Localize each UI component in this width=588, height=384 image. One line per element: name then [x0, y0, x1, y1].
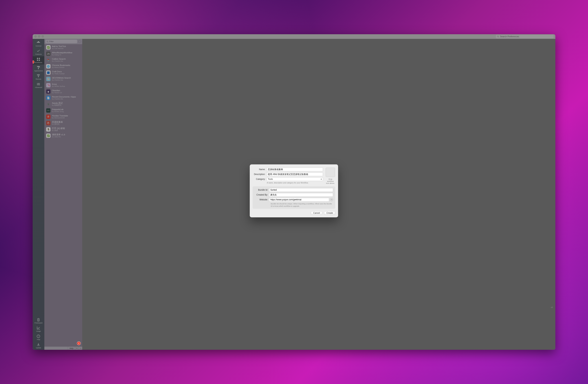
category-value: Tools — [268, 178, 273, 181]
website-field[interactable] — [269, 198, 329, 202]
workflow-icon: 📄 — [46, 96, 50, 100]
nav-features[interactable]: Features — [33, 48, 44, 56]
nav-powerpack[interactable]: Powerpack — [33, 317, 44, 325]
open-url-icon[interactable]: ➜ — [330, 198, 333, 201]
workflow-icon: 📚 — [46, 58, 50, 62]
workflow-item[interactable]: ✅Add to TickTickby Carl Mercier — [44, 44, 82, 51]
workflow-author: by Charles Ma — [52, 79, 71, 81]
workflow-icon: JS — [46, 52, 50, 56]
workflow-item[interactable]: SSeeds 思记by 敲碗阳光 — [44, 101, 82, 107]
icon-well[interactable] — [326, 168, 335, 177]
svg-rect-9 — [38, 318, 39, 319]
workflow-author: by 麦先生 — [52, 123, 63, 125]
svg-rect-0 — [37, 58, 38, 59]
workflow-item[interactable]: 🌐Chrome Bookmarksby Marat Dreizin — [44, 63, 82, 70]
workflow-item[interactable]: 译Youdao Translateby WensonSmith — [44, 114, 82, 120]
nav-advanced[interactable]: Advanced — [33, 81, 44, 89]
download-icon — [36, 343, 40, 346]
workflow-item[interactable]: JSAlfredNodejsWorkflowby Giang Vo — [44, 51, 82, 57]
filter-row: Filter ⋯ — [44, 39, 82, 44]
workflow-author: by Jedy Wu — [52, 136, 65, 138]
description-field[interactable] — [267, 173, 323, 176]
canvas-hint-text: ed — [551, 306, 553, 308]
nav-appearance[interactable]: Appearance — [33, 64, 44, 73]
bundle-panel: Bundle Id: Created By: Website: ➜ Bundle… — [253, 186, 335, 209]
search-icon — [46, 40, 48, 42]
workflow-icon: ✅ — [46, 45, 50, 50]
workflow-icon: 思 — [46, 121, 50, 125]
filter-options-icon[interactable]: ⋯ — [78, 40, 81, 43]
nav-remote[interactable]: Remote — [33, 73, 44, 81]
workflow-item[interactable]: 🟦Craft Docsby Vitaliy Kudryk — [44, 70, 82, 76]
chart-icon — [36, 326, 40, 330]
workflow-item[interactable]: 〰SnippetsLabby Renfei Song — [44, 107, 82, 114]
zoom-icon[interactable] — [42, 35, 44, 38]
nav-usage[interactable]: Usage — [33, 325, 44, 333]
workflow-icon: 🐧 — [46, 127, 50, 132]
workflow-icon: ◆ — [46, 89, 50, 94]
workflow-item[interactable]: 🦄Emojby Sindre Sorhus — [44, 82, 82, 88]
svg-rect-1 — [39, 58, 40, 59]
workflow-icon: 🌐 — [46, 64, 50, 68]
help-button[interactable]: Help — [68, 347, 75, 350]
svg-rect-2 — [37, 60, 38, 61]
remote-icon — [36, 74, 40, 78]
workflow-item[interactable]: 思思源收集箱by 麦先生 — [44, 120, 82, 126]
create-button[interactable]: Create — [324, 211, 335, 215]
workflow-author: by WensonSmith — [52, 117, 68, 119]
workflow-item[interactable]: 📚Calibre Searchby Charles Ma — [44, 57, 82, 63]
workflow-item[interactable]: 🐚DEVONthink Searchby Charles Ma — [44, 76, 82, 82]
search-preferences-input[interactable]: Search Preferences — [496, 35, 554, 38]
workflow-list: ✅Add to TickTickby Carl MercierJSAlfredN… — [44, 44, 82, 347]
created-by-label: Created By: — [255, 194, 269, 196]
workflow-author: by Marat Dreizin — [52, 66, 70, 68]
cancel-button[interactable]: Cancel — [311, 211, 322, 215]
name-field[interactable] — [267, 168, 323, 171]
nav-general[interactable]: General — [33, 40, 44, 48]
check-icon — [36, 49, 40, 53]
category-select[interactable]: Tools ▲▼ — [267, 178, 323, 181]
battery-icon — [36, 318, 40, 322]
add-workflow-button[interactable]: + — [75, 347, 79, 350]
workflow-author: by Sindre Sorhus — [52, 85, 65, 87]
created-by-field[interactable] — [269, 193, 333, 197]
workflow-icon: 〰 — [46, 108, 50, 113]
list-footer: 2 Help + – — [44, 346, 82, 350]
workflow-item[interactable]: ✅滴答清单 v1.8by Jedy Wu — [44, 133, 82, 139]
workflow-author: by Charles Ma — [52, 98, 76, 100]
svg-rect-4 — [38, 68, 39, 69]
app-window: Search Preferences 1 General Features Wo… — [33, 34, 555, 350]
help-icon: ? — [36, 334, 40, 338]
nav-workflows[interactable]: Workflows — [33, 56, 44, 64]
search-placeholder: Search Preferences — [500, 35, 519, 38]
search-icon — [497, 36, 499, 38]
remove-workflow-button[interactable]: – — [79, 347, 82, 350]
workflow-icon: S — [46, 102, 50, 106]
svg-text:?: ? — [38, 335, 39, 337]
nav-help[interactable]: ? Help — [33, 333, 44, 342]
workflow-icon: ✅ — [46, 134, 50, 138]
minimize-icon[interactable] — [38, 35, 40, 38]
titlebar: Search Preferences — [33, 34, 555, 39]
close-icon[interactable] — [34, 35, 37, 38]
workflow-author: by Hause Lin — [52, 92, 62, 94]
workflow-icon: 🦄 — [46, 83, 50, 87]
category-label: Category: — [253, 178, 267, 181]
workflow-item[interactable]: 🐧打开 QQ 邮箱by 麦麦 — [44, 126, 82, 133]
workflow-author: by 麦麦 — [52, 130, 65, 132]
grid-icon — [36, 57, 40, 61]
name-label: Name: — [253, 168, 267, 171]
hat-icon — [36, 41, 40, 45]
workflow-item[interactable]: ◆Obsidianby Hause Lin — [44, 88, 82, 95]
nav-sidebar: 1 General Features Workflows Appearance … — [33, 39, 44, 350]
filter-placeholder: Filter — [49, 40, 54, 42]
bundle-field[interactable] — [269, 188, 333, 192]
filter-input[interactable]: Filter — [45, 40, 77, 43]
workflow-icon: 译 — [46, 115, 50, 119]
svg-point-7 — [39, 84, 40, 85]
paint-roller-icon — [36, 66, 40, 70]
workflow-author: by Carl Mercier — [52, 48, 66, 50]
workflow-item[interactable]: 📄Recent Documents / Appsby Charles Ma — [44, 95, 82, 101]
icon-dropzone[interactable]: Drop workflow icon above. — [325, 168, 335, 184]
nav-update[interactable]: Update — [33, 342, 44, 350]
